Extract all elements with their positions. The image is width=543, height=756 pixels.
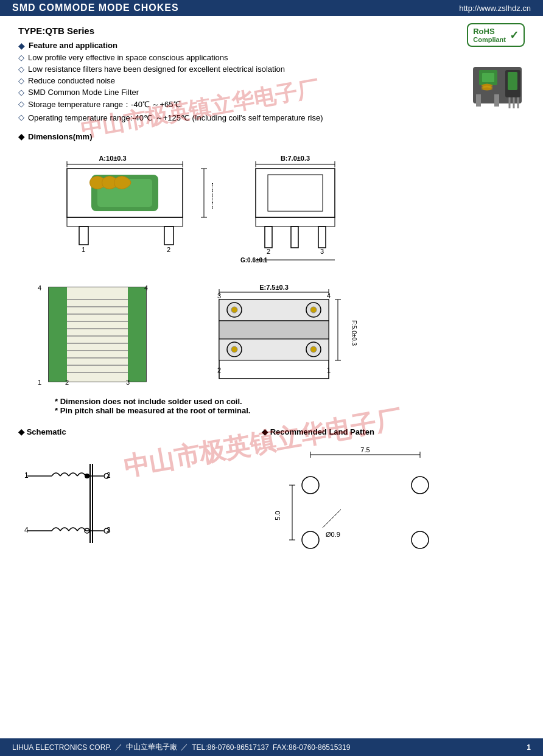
footer-fax: FAX:86-0760-86515319 bbox=[273, 743, 350, 752]
header-bar: SMD COMMODE MODE CHOKES http://www.zslhd… bbox=[0, 0, 543, 16]
footer-page-number: 1 bbox=[527, 743, 531, 752]
svg-line-110 bbox=[323, 509, 341, 528]
feature-title: Feature and application bbox=[29, 41, 117, 50]
svg-text:1: 1 bbox=[24, 471, 29, 480]
svg-rect-18 bbox=[79, 226, 88, 245]
diamond-icon-3: ◇ bbox=[18, 76, 24, 85]
svg-text:7.5: 7.5 bbox=[360, 446, 370, 453]
schematic-title: ◆ Schematic bbox=[18, 427, 237, 436]
diamond-icon-6: ◇ bbox=[18, 113, 24, 122]
svg-rect-31 bbox=[268, 175, 323, 211]
land-view-diagram: E:7.5±0.3 bbox=[195, 281, 365, 391]
feature-item-5: ◇ Storage temperature range：-40℃ ～+65℃ bbox=[18, 99, 525, 110]
svg-text:1: 1 bbox=[38, 379, 41, 386]
feature-text-4: SMD Common Mode Line Filter bbox=[28, 88, 139, 97]
svg-rect-33 bbox=[265, 226, 272, 248]
svg-text:3: 3 bbox=[217, 292, 221, 299]
svg-text:B:7.0±0.3: B:7.0±0.3 bbox=[281, 155, 310, 162]
svg-text:5.0: 5.0 bbox=[274, 511, 281, 520]
diamond-icon-2: ◇ bbox=[18, 65, 24, 74]
svg-rect-3 bbox=[476, 94, 481, 107]
dimensions-label: Dimensions(mm) bbox=[28, 132, 92, 141]
svg-point-75 bbox=[310, 346, 317, 352]
svg-text:4: 4 bbox=[144, 284, 148, 292]
side-view-diagram: B:7.0±0.3 2 3 bbox=[237, 147, 377, 269]
schematic-diagram: 1 2 bbox=[18, 443, 177, 564]
svg-text:D:3.5±1.0: D:3.5±1.0 bbox=[211, 183, 213, 209]
type-title: TYPE:QTB Series bbox=[18, 26, 525, 36]
svg-rect-35 bbox=[318, 226, 326, 248]
product-image-1 bbox=[470, 61, 525, 110]
svg-point-67 bbox=[231, 307, 237, 313]
svg-text:1: 1 bbox=[82, 246, 85, 253]
land-pattern-label: Recommended Land Patten bbox=[270, 427, 374, 436]
rohs-label: RoHS Compliant bbox=[473, 27, 506, 43]
svg-text:2: 2 bbox=[267, 248, 270, 255]
rohs-checkmark: ✓ bbox=[510, 29, 519, 42]
svg-rect-4 bbox=[494, 94, 499, 107]
svg-point-105 bbox=[412, 531, 429, 548]
svg-rect-34 bbox=[291, 226, 298, 248]
rohs-sublabel: Compliant bbox=[473, 36, 506, 43]
note-2: * Pin pitch shall be measured at the roo… bbox=[55, 406, 525, 415]
svg-rect-6 bbox=[508, 72, 517, 90]
rohs-badge: RoHS Compliant ✓ bbox=[467, 23, 525, 47]
svg-rect-32 bbox=[256, 217, 335, 226]
footer: LIHUA ELECTRONICS CORP. ／ 中山立華电子廠 ／ TEL:… bbox=[0, 738, 543, 756]
svg-text:4: 4 bbox=[327, 292, 331, 299]
svg-text:A:10±0.3: A:10±0.3 bbox=[99, 155, 126, 162]
svg-rect-43 bbox=[67, 287, 128, 382]
svg-text:2: 2 bbox=[217, 366, 221, 374]
front-view-diagram: A:10±0.3 bbox=[18, 147, 213, 269]
svg-rect-17 bbox=[67, 217, 183, 226]
svg-text:3: 3 bbox=[126, 379, 130, 386]
svg-point-104 bbox=[302, 531, 319, 548]
svg-text:Ø0.9: Ø0.9 bbox=[326, 531, 340, 538]
svg-rect-19 bbox=[164, 226, 173, 245]
diamond-icon-5: ◇ bbox=[18, 99, 24, 108]
diagrams-row-1: A:10±0.3 bbox=[18, 147, 525, 269]
land-pattern-section: ◆ Recommended Land Patten 7.5 bbox=[262, 427, 525, 566]
svg-text:E:7.5±0.3: E:7.5±0.3 bbox=[259, 284, 289, 291]
features-section: ◆ Feature and application ◇ Low profile … bbox=[18, 41, 525, 124]
page: SMD COMMODE MODE CHOKES http://www.zslhd… bbox=[0, 0, 543, 756]
svg-text:3: 3 bbox=[320, 248, 324, 255]
diamond-icon-dim: ◆ bbox=[18, 132, 24, 141]
svg-point-69 bbox=[310, 307, 317, 313]
land-pattern-diagram: 7.5 5.0 bbox=[262, 443, 457, 564]
svg-text:1: 1 bbox=[327, 366, 331, 374]
footer-slash-1: ／ bbox=[115, 742, 122, 752]
note-1: * Dimension does not include solder used… bbox=[55, 397, 525, 406]
feature-item-1: ◇ Low profile very effective in space co… bbox=[18, 53, 525, 62]
svg-text:F:5.0±0.3: F:5.0±0.3 bbox=[351, 320, 357, 346]
svg-text:2: 2 bbox=[167, 246, 170, 253]
diamond-icon-1: ◇ bbox=[18, 53, 24, 62]
feature-text-5: Storage temperature range：-40℃ ～+65℃ bbox=[28, 99, 181, 110]
schematic-label: Schematic bbox=[27, 427, 66, 436]
land-pattern-title: ◆ Recommended Land Patten bbox=[262, 427, 525, 436]
feature-header: ◆ Feature and application bbox=[18, 41, 525, 51]
footer-tel: TEL:86-0760-86517137 bbox=[192, 743, 269, 752]
svg-rect-70 bbox=[219, 321, 329, 339]
diamond-icon-filled: ◆ bbox=[18, 41, 25, 51]
svg-rect-42 bbox=[128, 287, 146, 382]
header-title: SMD COMMODE MODE CHOKES bbox=[12, 2, 179, 13]
svg-rect-2 bbox=[482, 73, 494, 82]
svg-point-103 bbox=[412, 477, 429, 494]
notes-section: * Dimension does not include solder used… bbox=[18, 397, 525, 415]
feature-item-3: ◇ Reduce conducted noise bbox=[18, 76, 525, 85]
svg-point-102 bbox=[302, 477, 319, 494]
diamond-icon-sch: ◆ bbox=[18, 427, 24, 436]
feature-text-1: Low profile very effective in space cons… bbox=[28, 53, 228, 62]
feature-item-2: ◇ Low resistance filters have been desig… bbox=[18, 65, 525, 74]
schematic-section: ◆ Schematic 1 bbox=[18, 427, 237, 566]
feature-text-2: Low resistance filters have been designe… bbox=[28, 65, 285, 74]
footer-company-cn: 中山立華电子廠 bbox=[126, 742, 177, 752]
feature-text-3: Reduce conducted noise bbox=[28, 76, 115, 85]
svg-text:4: 4 bbox=[38, 284, 41, 292]
product-images bbox=[470, 61, 525, 110]
dimensions-section-title: ◆ Dimensions(mm) bbox=[18, 132, 525, 141]
rohs-label-text: RoHS bbox=[473, 27, 506, 36]
svg-text:2: 2 bbox=[65, 379, 69, 386]
svg-text:G:0.6±0.1: G:0.6±0.1 bbox=[240, 257, 268, 264]
